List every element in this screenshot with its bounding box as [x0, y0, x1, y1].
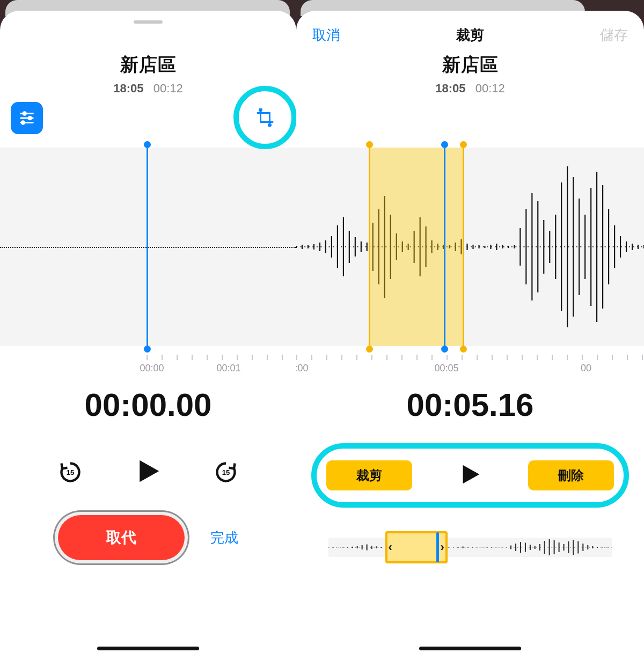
home-indicator[interactable]: [97, 647, 199, 650]
cancel-button[interactable]: 取消: [312, 26, 340, 45]
play-button-left[interactable]: [134, 457, 163, 488]
panel-trim: 取消 裁剪 儲存 新店區 18:05 00:12 00:0000:0500 00…: [296, 11, 644, 660]
mini-playhead[interactable]: [436, 532, 439, 562]
trim-handle-end[interactable]: [463, 145, 464, 348]
tick-label: 00:00: [296, 363, 309, 374]
playhead-left[interactable]: [147, 145, 148, 348]
waveform-area-left[interactable]: [0, 148, 296, 346]
sliders-icon: [18, 109, 36, 127]
svg-point-6: [259, 109, 261, 111]
tick-label: 00:01: [216, 363, 240, 374]
replace-button-label: 取代: [106, 527, 136, 548]
done-button-left[interactable]: 完成: [210, 529, 238, 547]
home-indicator[interactable]: [419, 647, 521, 650]
skip-forward-15-button[interactable]: 15: [214, 460, 238, 484]
crop-highlight-circle[interactable]: [233, 86, 296, 149]
waveform-area-right[interactable]: [296, 148, 644, 346]
play-button-right[interactable]: [458, 462, 482, 489]
playhead-right[interactable]: [444, 145, 445, 348]
svg-marker-8: [140, 460, 159, 482]
chevron-left-icon: ‹: [387, 540, 393, 554]
nav-bar: 取消 裁剪 儲存: [296, 26, 644, 49]
waveform-svg: [296, 148, 644, 346]
trim-controls-highlight: 裁剪 刪除: [311, 443, 629, 508]
tick-label: 00:05: [434, 363, 458, 374]
waveform-baseline: [0, 247, 296, 248]
timeline-ticks-left: 00:0000:01: [0, 346, 296, 368]
svg-point-1: [23, 112, 26, 115]
chevron-right-icon: ›: [439, 540, 445, 554]
trim-handle-start[interactable]: [369, 145, 370, 348]
recording-duration: 00:12: [475, 82, 505, 95]
skip-seconds-label: 15: [222, 468, 230, 476]
tick-label: 00:00: [140, 363, 164, 374]
svg-point-7: [268, 124, 270, 126]
trim-selection[interactable]: [369, 148, 463, 346]
nav-title: 裁剪: [456, 26, 484, 45]
panel-playback: 新店區 18:05 00:12: [0, 11, 296, 660]
recording-title: 新店區: [296, 53, 644, 77]
time-display-right: 00:05.16: [296, 386, 644, 423]
svg-marker-10: [463, 465, 480, 484]
delete-button[interactable]: 刪除: [528, 460, 614, 490]
done-label: 完成: [210, 530, 238, 546]
svg-point-5: [21, 121, 25, 124]
trim-button[interactable]: 裁剪: [326, 460, 412, 490]
skip-back-15-button[interactable]: 15: [58, 460, 82, 484]
playback-controls-left: 15 15: [0, 451, 296, 494]
sheet-grabber[interactable]: [134, 20, 163, 24]
timeline-ticks-right: 00:0000:0500: [296, 346, 644, 368]
recording-header-right: 新店區 18:05 00:12: [296, 53, 644, 96]
tick-label: 00: [581, 363, 591, 374]
recording-duration: 00:12: [153, 82, 183, 95]
recording-time: 18:05: [435, 82, 465, 95]
time-display-left: 00:00.00: [0, 386, 296, 423]
svg-point-3: [28, 116, 32, 120]
mini-track[interactable]: ‹ ›: [328, 531, 612, 563]
recording-title: 新店區: [0, 53, 296, 77]
mini-waveform: [328, 539, 612, 556]
crop-icon: [256, 108, 274, 127]
replace-button[interactable]: 取代: [58, 515, 185, 560]
recording-meta: 18:05 00:12: [296, 82, 644, 96]
play-icon: [458, 462, 482, 487]
recording-time: 18:05: [113, 82, 143, 95]
settings-button[interactable]: [11, 102, 43, 134]
save-button[interactable]: 儲存: [600, 26, 628, 45]
play-icon: [134, 457, 163, 486]
skip-seconds-label: 15: [67, 468, 74, 476]
